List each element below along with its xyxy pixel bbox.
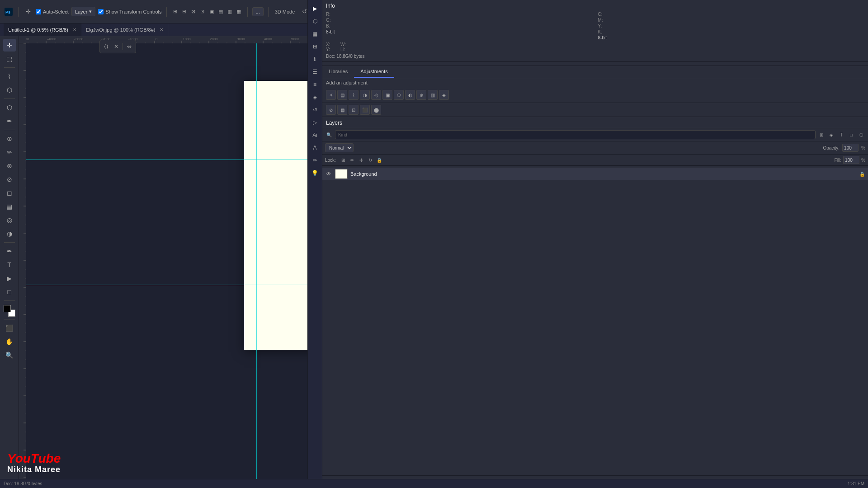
- dodge-tool[interactable]: ◑: [3, 227, 16, 240]
- exposure-icon[interactable]: ◑: [360, 90, 370, 100]
- pen-tool[interactable]: ✒: [3, 245, 16, 258]
- blending-mode-select[interactable]: Normal: [325, 143, 354, 152]
- color-lookup-icon[interactable]: ◈: [439, 90, 449, 100]
- align-top-icon[interactable]: ⊡: [198, 8, 207, 16]
- foreground-color[interactable]: [4, 305, 11, 312]
- fill-input[interactable]: [843, 156, 859, 164]
- align-left-icon[interactable]: ⊞: [171, 8, 179, 16]
- color-selector[interactable]: [4, 305, 15, 317]
- color-balance-icon[interactable]: ⬡: [394, 90, 404, 100]
- tab-adjustments[interactable]: Adjustments: [354, 66, 394, 78]
- filter-pixel-icon[interactable]: ⊞: [817, 131, 826, 139]
- filter-shape-icon[interactable]: □: [847, 131, 855, 139]
- channel-mixer-icon[interactable]: ▥: [428, 90, 438, 100]
- actions-icon[interactable]: ▷: [310, 117, 320, 127]
- align-bottom-icon[interactable]: ▤: [217, 8, 225, 16]
- type-tool[interactable]: T: [3, 258, 16, 271]
- zoom-tool[interactable]: 🔍: [3, 349, 16, 361]
- levels-icon[interactable]: ▤: [337, 90, 347, 100]
- crop-tool[interactable]: ⬡: [3, 101, 16, 114]
- float-collapse-icon[interactable]: ⟨⟩: [102, 42, 111, 51]
- 3d-mode-label: 3D Mode: [273, 9, 297, 14]
- layers-search-input[interactable]: [335, 130, 816, 139]
- canvas-area[interactable]: [19, 43, 307, 479]
- opacity-input[interactable]: [842, 144, 859, 152]
- tab-elgjwor[interactable]: ElgJwOr.jpg @ 100% (RGB/8#) ✕: [81, 23, 169, 36]
- lock-pixels-icon[interactable]: ⊞: [340, 156, 347, 164]
- filter-type-icon[interactable]: T: [837, 131, 845, 139]
- eyedropper-tool[interactable]: ✒: [3, 115, 16, 127]
- swatches-icon[interactable]: ▦: [310, 29, 320, 39]
- color-wheel-icon[interactable]: ⬡: [310, 16, 320, 26]
- transform-icon[interactable]: ⇔: [125, 42, 134, 51]
- align-center-h-icon[interactable]: ⊟: [180, 8, 189, 16]
- ai-icon[interactable]: Ai: [310, 130, 320, 140]
- rectangle-tool[interactable]: □: [3, 286, 16, 298]
- filter-kind-icon[interactable]: 🔍: [325, 131, 333, 139]
- info-coords: X: W:: [326, 42, 864, 47]
- play-button-icon[interactable]: ▶: [310, 4, 320, 14]
- distribute-center-icon[interactable]: ▦: [235, 8, 243, 16]
- brightness-contrast-icon[interactable]: ☀: [326, 90, 336, 100]
- history-brush-tool[interactable]: ⊘: [3, 173, 16, 186]
- invert-icon[interactable]: ⊘: [326, 105, 336, 115]
- histogram-area: [322, 62, 868, 66]
- black-white-icon[interactable]: ◐: [405, 90, 415, 100]
- threshold-icon[interactable]: ⊡: [349, 105, 359, 115]
- hsl-icon[interactable]: ▣: [382, 90, 392, 100]
- selective-color-icon[interactable]: ⬤: [371, 105, 381, 115]
- curves-icon[interactable]: ⌇: [349, 90, 359, 100]
- photo-filter-icon[interactable]: ⊕: [416, 90, 426, 100]
- c-label: C:: [598, 12, 604, 17]
- float-close-icon[interactable]: ✕: [112, 42, 121, 51]
- lock-all-icon[interactable]: 🔒: [376, 156, 383, 164]
- channels-icon[interactable]: ≡: [310, 80, 320, 89]
- brush-tool[interactable]: ✏: [3, 146, 16, 159]
- more-options-btn[interactable]: ...: [252, 7, 264, 16]
- filter-smart-icon[interactable]: ⬡: [857, 131, 865, 139]
- layer-label: Layer: [75, 9, 88, 14]
- tab-elgjwor-close[interactable]: ✕: [160, 27, 163, 32]
- healing-brush-tool[interactable]: ⊕: [3, 132, 16, 145]
- vibrance-icon[interactable]: ◎: [371, 90, 381, 100]
- move-tool[interactable]: ✛: [3, 39, 16, 52]
- doc-size-status: Doc: 18.8G/0 bytes: [4, 481, 42, 486]
- layers-icon-sidebar[interactable]: ☰: [310, 67, 320, 77]
- align-middle-v-icon[interactable]: ▣: [208, 8, 216, 16]
- eraser-tool[interactable]: ◻: [3, 187, 16, 199]
- align-right-icon[interactable]: ⊠: [189, 8, 198, 16]
- gradient-map-icon[interactable]: ⬛: [360, 105, 370, 115]
- quick-select-tool[interactable]: ⬡: [3, 84, 16, 96]
- posterize-icon[interactable]: ▦: [337, 105, 347, 115]
- path-selection-tool[interactable]: ▶: [3, 272, 16, 285]
- auto-select-checkbox[interactable]: Auto-Select: [36, 9, 69, 14]
- blur-tool[interactable]: ◎: [3, 214, 16, 226]
- info-icon[interactable]: ℹ: [310, 54, 320, 64]
- character-icon[interactable]: A: [310, 143, 320, 153]
- r-label: R:: [326, 12, 331, 17]
- lock-rotate-icon[interactable]: ↻: [367, 156, 374, 164]
- light-bulb-icon[interactable]: 💡: [310, 168, 320, 178]
- tab-untitled[interactable]: Untitled-1 @ 0.5% (RGB/8) ✕: [4, 23, 81, 36]
- hand-tool[interactable]: ✋: [3, 335, 16, 348]
- gradient-tool[interactable]: ▤: [3, 200, 16, 213]
- layer-dropdown[interactable]: Layer ▾: [71, 7, 96, 16]
- lock-position-icon[interactable]: ✏: [349, 156, 356, 164]
- brush-panel-icon[interactable]: ✏: [310, 155, 320, 165]
- history-icon[interactable]: ↺: [310, 105, 320, 115]
- grid-panel-icon[interactable]: ⊞: [310, 42, 320, 52]
- tab-untitled-close[interactable]: ✕: [73, 27, 76, 32]
- rectangular-marquee-tool[interactable]: ⬚: [3, 52, 16, 65]
- lasso-tool[interactable]: ⌇: [3, 70, 16, 83]
- clone-stamp-tool[interactable]: ⊗: [3, 160, 16, 172]
- filter-adj-icon[interactable]: ◈: [827, 131, 835, 139]
- screen-mode-icon[interactable]: ⬛: [3, 322, 16, 334]
- lock-artboard-icon[interactable]: ✛: [358, 156, 365, 164]
- layer-visibility-eye[interactable]: 👁: [325, 170, 332, 178]
- move-tool-icon[interactable]: ✛: [23, 7, 33, 17]
- paths-icon[interactable]: ◈: [310, 92, 320, 102]
- distribute-left-icon[interactable]: ▥: [226, 8, 234, 16]
- show-transform-checkbox[interactable]: Show Transform Controls: [98, 9, 161, 14]
- tab-libraries[interactable]: Libraries: [322, 66, 354, 78]
- layer-item-background[interactable]: 👁 Background 🔒: [322, 168, 868, 181]
